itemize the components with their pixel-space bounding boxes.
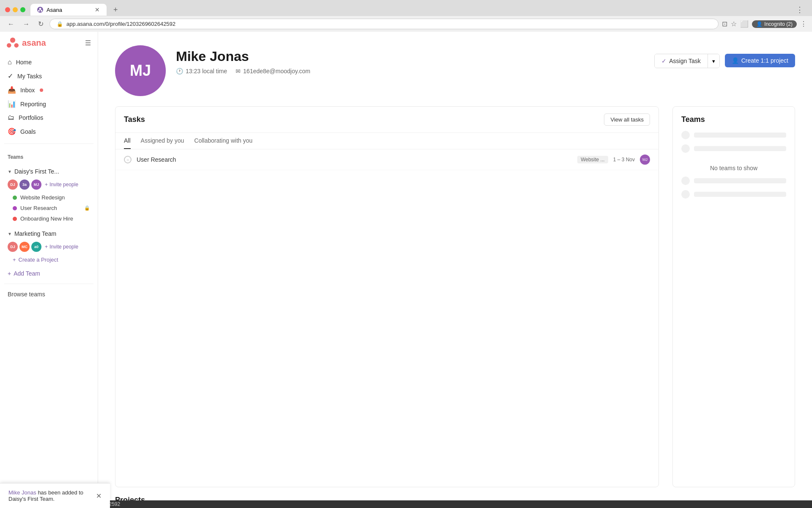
- task-check-icon[interactable]: ○: [124, 156, 132, 163]
- profile-actions: ✓ Assign Task ▾ 👤 Create 1:1 project: [654, 45, 795, 68]
- cast-icon[interactable]: ⊡: [722, 20, 727, 28]
- reload-button[interactable]: ↻: [36, 19, 46, 29]
- sidebar-item-reporting-label: Reporting: [20, 101, 46, 108]
- skeleton-row-3: [681, 177, 786, 185]
- sidebar-item-goals[interactable]: 🎯 Goals: [3, 124, 94, 138]
- team-marketing-header[interactable]: ▼ Marketing Team +: [3, 227, 94, 240]
- sidebar-item-my-tasks[interactable]: ✓ My Tasks: [3, 69, 94, 83]
- sidebar-item-home[interactable]: ⌂ Home: [3, 55, 94, 69]
- app-container: asana ☰ ⌂ Home ✓ My Tasks 📥 Inbox 📊 Repo…: [0, 32, 812, 508]
- sidebar-divider: [4, 144, 93, 144]
- invite-marketing-button[interactable]: + Invite people: [43, 243, 80, 251]
- create-project-button[interactable]: 👤 Create 1:1 project: [725, 54, 795, 67]
- avatar-dj: DJ: [8, 179, 18, 190]
- team-daisys-header[interactable]: ▼ Daisy's First Te... +: [3, 165, 94, 178]
- asana-favicon: [37, 7, 43, 13]
- svg-point-4: [7, 43, 11, 48]
- tasks-tabs: All Assigned by you Collaborating with y…: [115, 133, 658, 149]
- project-website-redesign[interactable]: Website Redesign: [3, 192, 94, 203]
- bookmark-icon[interactable]: ☆: [731, 20, 737, 28]
- browser-tab[interactable]: Asana ✕: [30, 4, 107, 16]
- project-dot-user-research: [13, 206, 17, 210]
- browser-tab-title: Asana: [47, 7, 62, 13]
- svg-point-5: [14, 43, 19, 48]
- profile-meta: 🕐 13:23 local time ✉ 161ede8e@moodjoy.co…: [176, 68, 644, 75]
- assign-task-button[interactable]: ✓ Assign Task: [655, 54, 707, 68]
- profile-header: MJ Mike Jonas 🕐 13:23 local time ✉ 161ed…: [98, 32, 812, 106]
- skeleton-line-1: [694, 133, 786, 138]
- back-button[interactable]: ←: [5, 19, 17, 29]
- reporting-icon: 📊: [8, 100, 16, 108]
- project-onboarding[interactable]: Onboarding New Hire: [3, 213, 94, 224]
- browser-action-buttons: ⊡ ☆ ⬜ 👤 Incognito (2) ⋮: [722, 20, 807, 28]
- close-tab-button[interactable]: ✕: [95, 6, 100, 13]
- inbox-badge: [40, 88, 43, 92]
- skeleton-circle-3: [681, 177, 690, 185]
- browser-menu-dots[interactable]: ⋮: [800, 20, 807, 28]
- url-bar[interactable]: 🔒 app.asana.com/0/profile/12032696026425…: [49, 19, 719, 29]
- close-window-button[interactable]: [5, 7, 10, 12]
- skeleton-circle-2: [681, 144, 690, 153]
- team-daisys-members: DJ 3a MJ + Invite people: [3, 178, 94, 192]
- plus-icon-4: +: [8, 270, 11, 277]
- sidebar-item-portfolios[interactable]: 🗂 Portfolios: [3, 111, 94, 124]
- team-marketing-chevron-icon: ▼: [8, 232, 12, 236]
- invite-label: Invite people: [49, 182, 78, 188]
- forward-button[interactable]: →: [20, 19, 32, 29]
- browser-toolbar: ← → ↻ 🔒 app.asana.com/0/profile/12032696…: [0, 16, 812, 32]
- sidebar-toggle[interactable]: ☰: [85, 39, 91, 47]
- tab-all[interactable]: All: [124, 133, 131, 149]
- teams-panel: Teams No teams to show: [672, 106, 795, 487]
- svg-point-0: [39, 8, 41, 10]
- invite-people-button[interactable]: + Invite people: [43, 181, 80, 188]
- team-chevron-icon: ▼: [8, 169, 12, 174]
- chevron-down-icon: ▾: [712, 58, 715, 64]
- toast-text: Mike Jonas has been added to Daisy's Fir…: [8, 489, 96, 502]
- skeleton-line-4: [694, 192, 786, 197]
- profile-avatar: MJ: [115, 45, 166, 96]
- tab-assigned-by-you[interactable]: Assigned by you: [141, 133, 184, 149]
- new-tab-button[interactable]: +: [110, 4, 121, 16]
- sidebar-divider-2: [4, 284, 93, 284]
- avatar-mj: MJ: [31, 179, 41, 190]
- sidebar-item-inbox[interactable]: 📥 Inbox: [3, 83, 94, 97]
- profile-name: Mike Jonas: [176, 49, 644, 64]
- svg-point-1: [38, 10, 40, 12]
- skeleton-row-2: [681, 144, 786, 153]
- browser-menu-button[interactable]: ⋮: [793, 3, 807, 16]
- tab-collaborating[interactable]: Collaborating with you: [194, 133, 252, 149]
- extensions-icon[interactable]: ⬜: [740, 20, 749, 28]
- avatar-mc: MC: [19, 242, 30, 252]
- project-user-research[interactable]: User Research 🔒: [3, 203, 94, 213]
- asana-logo: asana: [7, 37, 46, 49]
- lock-icon: 🔒: [84, 205, 90, 211]
- avatar-a0: a0: [31, 242, 41, 252]
- assign-task-dropdown[interactable]: ▾: [708, 54, 719, 68]
- sidebar-item-my-tasks-label: My Tasks: [17, 73, 42, 80]
- tasks-icon: ✓: [8, 72, 13, 80]
- tasks-header: Tasks View all tasks: [115, 107, 658, 133]
- browser-chrome: Asana ✕ + ⋮ ← → ↻ 🔒 app.asana.com/0/prof…: [0, 0, 812, 32]
- maximize-window-button[interactable]: [20, 7, 25, 12]
- project-onboarding-label: Onboarding New Hire: [20, 215, 73, 222]
- view-all-tasks-button[interactable]: View all tasks: [604, 113, 650, 126]
- toast-close-button[interactable]: ✕: [96, 492, 102, 500]
- plus-icon-3: +: [13, 257, 16, 263]
- teams-panel-title: Teams: [681, 115, 786, 124]
- minimize-window-button[interactable]: [13, 7, 18, 12]
- create-project-link[interactable]: + Create a Project: [3, 254, 94, 265]
- task-name: User Research: [137, 156, 572, 163]
- toast-notification: Mike Jonas has been added to Daisy's Fir…: [0, 483, 110, 508]
- task-assignee-avatar: MJ: [640, 155, 650, 165]
- home-icon: ⌂: [8, 58, 12, 66]
- no-teams-text: No teams to show: [681, 165, 786, 171]
- browse-teams-link[interactable]: Browse teams: [0, 287, 98, 301]
- create-project-label: Create 1:1 project: [741, 57, 788, 64]
- browser-status-bar: https://app.asana.com/0/profile/12032696…: [0, 500, 812, 508]
- toast-user-link[interactable]: Mike Jonas: [8, 489, 36, 496]
- add-team-label: Add Team: [14, 270, 40, 277]
- add-team-button[interactable]: + Add Team: [0, 267, 98, 280]
- sidebar-item-reporting[interactable]: 📊 Reporting: [3, 97, 94, 111]
- project-user-research-label: User Research: [20, 205, 57, 211]
- skeleton-line-2: [694, 146, 786, 151]
